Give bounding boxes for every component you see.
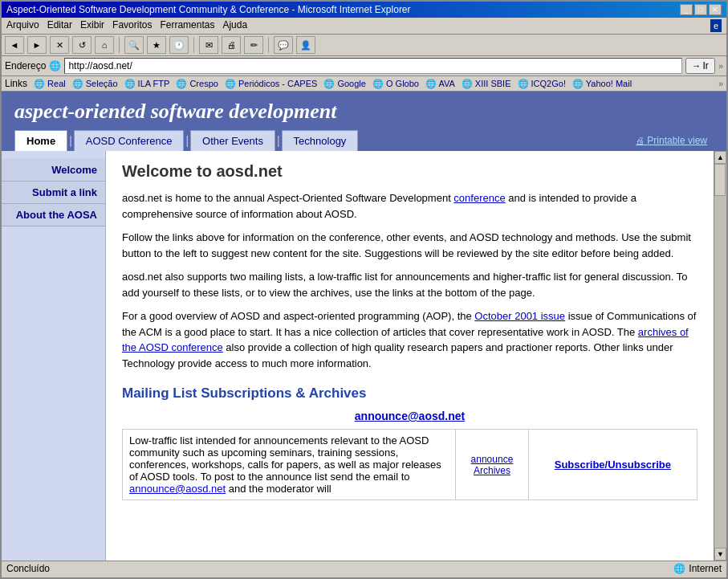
main-body: Welcome to aosd.net aosd.net is home to … <box>106 151 714 561</box>
conference-link[interactable]: conference <box>453 192 505 204</box>
nav-sep-3: | <box>275 134 282 147</box>
scroll-down-button[interactable]: ▼ <box>714 548 726 561</box>
menu-ferramentas[interactable]: Ferramentas <box>160 19 214 32</box>
browser-window: Aspect-Oriented Software Development Com… <box>0 0 728 579</box>
sidebar-item-about-aosa[interactable]: About the AOSA <box>2 204 105 226</box>
paragraph-2: Follow the links above for information o… <box>122 230 697 261</box>
tab-technology[interactable]: Technology <box>282 130 359 151</box>
maximize-button[interactable]: □ <box>694 4 707 15</box>
mailing-links-cell: announceArchives <box>456 430 528 500</box>
search-button[interactable]: 🔍 <box>124 36 144 54</box>
forward-button[interactable]: ► <box>27 36 47 54</box>
menu-exibir[interactable]: Exibir <box>80 19 104 32</box>
toolbar-divider <box>119 37 120 53</box>
scrollbar: ▲ ▼ <box>714 151 726 561</box>
paragraph-3: aosd.net also supports two mailing lists… <box>122 269 697 300</box>
toolbar: ◄ ► ✕ ↺ ⌂ 🔍 ★ 🕐 ✉ 🖨 ✏ 💬 👤 <box>2 35 726 56</box>
paragraph-4: For a good overview of AOSD and aspect-o… <box>122 308 697 371</box>
status-text: Concluído <box>6 563 50 574</box>
discuss-button[interactable]: 💬 <box>274 36 293 54</box>
mailing-desc-cell: Low-traffic list intended for announceme… <box>123 430 456 500</box>
printable-view-link[interactable]: 🖨 Printable view <box>636 135 714 146</box>
tab-home[interactable]: Home <box>14 130 67 151</box>
minimize-button[interactable]: _ <box>680 4 693 15</box>
mailing-header: announce@aosd.net <box>122 410 697 422</box>
stop-button[interactable]: ✕ <box>50 36 69 54</box>
link-icq2go[interactable]: 🌐 ICQ2Go! <box>518 79 566 89</box>
zone-text: Internet <box>689 563 722 574</box>
subscribe-unsubscribe-link[interactable]: Subscribe/Unsubscribe <box>555 459 671 471</box>
address-bar: Endereço 🌐 → Ir » <box>2 56 726 76</box>
zone-icon: 🌐 <box>673 563 685 574</box>
favorites-button[interactable]: ★ <box>147 36 166 54</box>
mailing-subscribe-cell: Subscribe/Unsubscribe <box>528 430 697 500</box>
history-button[interactable]: 🕐 <box>169 36 189 54</box>
status-bar: Concluído 🌐 Internet <box>2 561 726 576</box>
print-button[interactable]: 🖨 <box>222 36 241 54</box>
sidebar-item-submit-link[interactable]: Submit a link <box>2 181 105 204</box>
tab-other-events[interactable]: Other Events <box>190 130 275 151</box>
printer-icon: 🖨 <box>636 136 645 145</box>
go-button[interactable]: → Ir <box>685 58 715 74</box>
link-yahoo-mail[interactable]: 🌐 Yahoo! Mail <box>572 79 632 89</box>
mailing-desc: Low-traffic list intended for announceme… <box>129 434 441 495</box>
menu-bar: Arquivo Editar Exibir Favoritos Ferramen… <box>2 18 726 35</box>
announce-archives-link[interactable]: announceArchives <box>462 454 521 476</box>
link-real[interactable]: 🌐 Real <box>34 79 66 89</box>
status-zone: 🌐 Internet <box>673 563 722 574</box>
mailing-table: Low-traffic list intended for announceme… <box>122 429 697 500</box>
sidebar-item-welcome[interactable]: Welcome <box>2 159 105 181</box>
nav-sep-1: | <box>67 134 74 147</box>
toolbar-divider2 <box>193 37 194 53</box>
link-crespo[interactable]: 🌐 Crespo <box>176 79 218 89</box>
announce-email-inline[interactable]: announce@aosd.net <box>129 483 226 495</box>
links-bar: Links 🌐 Real 🌐 Seleção 🌐 ILA FTP 🌐 Cresp… <box>2 76 726 92</box>
menu-editar[interactable]: Editar <box>47 19 72 32</box>
menu-arquivo[interactable]: Arquivo <box>6 19 39 32</box>
link-oglobo[interactable]: 🌐 O Globo <box>372 79 419 89</box>
sidebar: Welcome Submit a link About the AOSA <box>2 151 106 561</box>
october-link[interactable]: October 2001 issue <box>474 310 565 322</box>
archives-link[interactable]: archives of the AOSD conference <box>122 326 689 354</box>
link-selecao[interactable]: 🌐 Seleção <box>72 79 118 89</box>
site-header: aspect-oriented software development Hom… <box>2 92 726 151</box>
printable-view-label: Printable view <box>647 135 707 146</box>
scroll-up-button[interactable]: ▲ <box>714 151 726 164</box>
mail-button[interactable]: ✉ <box>199 36 218 54</box>
home-button[interactable]: ⌂ <box>95 36 114 54</box>
go-arrow: → <box>692 60 702 71</box>
edit-button[interactable]: ✏ <box>244 36 263 54</box>
menu-favoritos[interactable]: Favoritos <box>112 19 152 32</box>
address-input[interactable] <box>64 58 681 74</box>
title-bar: Aspect-Oriented Software Development Com… <box>2 2 726 18</box>
mailing-section-title: Mailing List Subscriptions & Archives <box>122 385 697 402</box>
toolbar-divider3 <box>268 37 269 53</box>
expand-icon: » <box>718 61 723 71</box>
menu-ajuda[interactable]: Ajuda <box>222 19 247 32</box>
close-button[interactable]: ✕ <box>709 4 722 15</box>
paragraph-1: aosd.net is home to the annual Aspect-Or… <box>122 190 697 222</box>
address-label: Endereço <box>5 60 46 71</box>
nav-sep-2: | <box>184 134 190 147</box>
tab-aosd-conference[interactable]: AOSD Conference <box>74 130 185 151</box>
links-label: Links <box>5 78 27 89</box>
link-xiii-sbie[interactable]: 🌐 XIII SBIE <box>462 79 511 89</box>
link-ava[interactable]: 🌐 AVA <box>425 79 455 89</box>
announce-email-link[interactable]: announce@aosd.net <box>355 410 465 422</box>
address-icon: 🌐 <box>49 60 61 71</box>
messenger-button[interactable]: 👤 <box>296 36 315 54</box>
ie-logo: e <box>710 19 722 32</box>
back-button[interactable]: ◄ <box>5 36 24 54</box>
page-title: Welcome to aosd.net <box>122 162 697 181</box>
refresh-button[interactable]: ↺ <box>72 36 92 54</box>
scroll-thumb[interactable] <box>714 164 726 196</box>
link-google[interactable]: 🌐 Google <box>323 79 366 89</box>
content-wrapper: Welcome Submit a link About the AOSA Wel… <box>2 151 726 561</box>
title-bar-buttons: _ □ ✕ <box>680 4 722 15</box>
link-periodicos[interactable]: 🌐 Periódicos - CAPES <box>225 79 318 89</box>
links-expand: » <box>718 79 723 88</box>
link-ila-ftp[interactable]: 🌐 ILA FTP <box>124 79 170 89</box>
scroll-track[interactable] <box>714 164 726 548</box>
nav-tabs: Home | AOSD Conference | Other Events | … <box>14 130 714 151</box>
mailing-row-1: Low-traffic list intended for announceme… <box>123 430 697 500</box>
